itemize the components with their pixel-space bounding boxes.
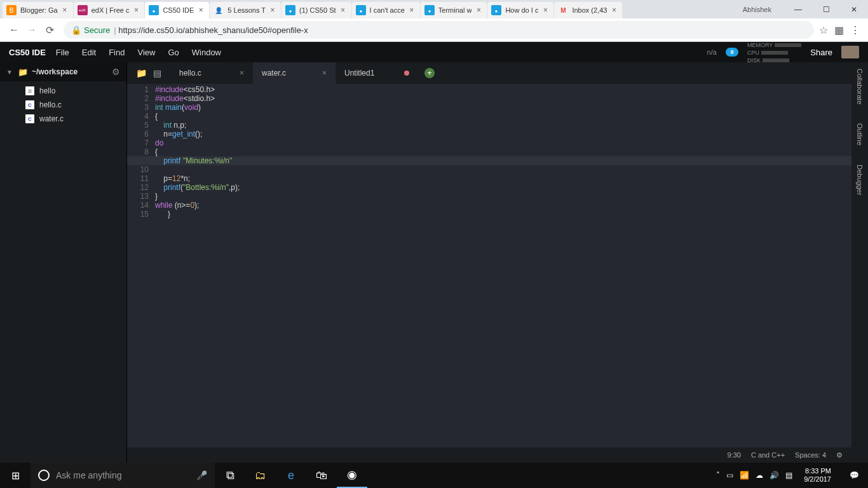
close-icon[interactable]: × [474, 6, 483, 15]
onedrive-icon[interactable]: ☁ [756, 471, 763, 480]
menu-find[interactable]: Find [109, 48, 125, 57]
rail-collaborate[interactable]: Collaborate [856, 69, 864, 104]
secure-badge: 🔒 Secure [71, 25, 110, 35]
browser-tab-inbox[interactable]: M Inbox (2,43 × [554, 2, 622, 18]
task-view-icon[interactable]: ⧉ [215, 463, 245, 488]
editor-tab-water-c[interactable]: water.c × [253, 62, 336, 84]
close-icon[interactable]: × [60, 6, 69, 15]
tab-title: (1) CS50 St [299, 6, 336, 14]
file-item-hello-c[interactable]: C hello.c [0, 98, 126, 112]
editor-tabbar: 📁 ▤ hello.c × water.c × Untitled1 + [127, 62, 851, 84]
browser-tab-terminal[interactable]: ⬥ Terminal w × [421, 2, 487, 18]
file-item-hello[interactable]: ≡ hello [0, 84, 126, 98]
menu-view[interactable]: View [137, 48, 155, 57]
cortana-placeholder: Ask me anything [56, 470, 122, 480]
volume-icon[interactable]: 🔊 [770, 471, 779, 480]
ide-brand[interactable]: CS50 IDE [9, 48, 46, 57]
ide-menubar: CS50 IDE File Edit Find View Go Window n… [0, 42, 868, 62]
star-icon[interactable]: ☆ [819, 24, 828, 36]
cloud9-icon: ⬥ [149, 5, 159, 15]
code-content[interactable]: #include<cs50.h> #include<stdio.h> int m… [153, 84, 851, 447]
file-explorer-icon[interactable]: 🗂 [245, 463, 276, 488]
input-icon[interactable]: ▤ [785, 471, 792, 480]
gear-icon[interactable]: ⚙ [836, 451, 843, 459]
close-icon[interactable]: × [227, 69, 244, 78]
reload-button[interactable]: ⟳ [41, 21, 58, 39]
cloud-icon[interactable]: 9 [726, 48, 738, 57]
tab-title: 5 Lessons T [227, 6, 266, 14]
gear-icon[interactable]: ⚙ [112, 67, 120, 77]
start-button[interactable]: ⊞ [0, 463, 31, 488]
clock[interactable]: 8:33 PM 9/2/2017 [799, 467, 836, 484]
caret-down-icon: ▼ [6, 69, 13, 76]
browser-tab-cantaccess[interactable]: ⬥ I can't acce × [352, 2, 420, 18]
avatar[interactable] [841, 46, 859, 58]
wifi-icon[interactable]: 📶 [740, 471, 749, 480]
rail-outline[interactable]: Outline [856, 123, 864, 146]
tab-label: hello.c [179, 69, 201, 78]
close-icon[interactable]: × [132, 6, 140, 15]
file-name: hello.c [39, 100, 62, 109]
browser-tab-cs50ide[interactable]: ⬥ CS50 IDE × [145, 2, 209, 18]
maximize-button[interactable]: ☐ [812, 0, 840, 18]
code-editor[interactable]: 123456789101112131415 #include<cs50.h> #… [127, 84, 851, 447]
tab-title: Blogger: Ga [20, 6, 58, 14]
close-icon[interactable]: × [407, 6, 416, 15]
mic-icon[interactable]: 🎤 [196, 470, 207, 480]
close-icon[interactable]: × [339, 6, 348, 15]
forward-button[interactable]: → [23, 21, 41, 39]
close-icon[interactable]: × [609, 6, 618, 15]
indent-mode[interactable]: Spaces: 4 [795, 451, 826, 459]
browser-tab-howdoi[interactable]: ⬥ How do I c × [487, 2, 553, 18]
battery-icon[interactable]: ▭ [726, 471, 733, 480]
browser-tab-lessons[interactable]: 👤 5 Lessons T × [210, 2, 281, 18]
browser-tab-cs50stack[interactable]: ⬥ (1) CS50 St × [281, 2, 351, 18]
close-icon[interactable]: × [309, 69, 327, 78]
open-folder-icon[interactable]: 📁 [136, 68, 147, 78]
date-text: 9/2/2017 [804, 475, 831, 484]
share-button[interactable]: Share [810, 48, 832, 57]
chrome-icon[interactable]: ◉ [337, 463, 367, 488]
menu-file[interactable]: File [56, 48, 69, 57]
language-mode[interactable]: C and C++ [751, 451, 785, 459]
tab-title: Terminal w [438, 6, 472, 14]
cloud9-icon: ⬥ [424, 5, 435, 15]
file-item-water-c[interactable]: C water.c [0, 112, 126, 126]
address-bar: ← → ⟳ 🔒 Secure | https://ide.cs50.io/abh… [0, 18, 868, 42]
menu-window[interactable]: Window [192, 48, 221, 57]
rail-debugger[interactable]: Debugger [856, 165, 864, 195]
modified-dot-icon [404, 71, 409, 76]
cursor-position[interactable]: 9:30 [727, 451, 740, 459]
url-text: https://ide.cs50.io/abhishek_shanu/ide50… [118, 25, 308, 35]
line-gutter: 123456789101112131415 [127, 84, 153, 447]
time-text: 8:33 PM [804, 467, 831, 475]
url-field[interactable]: 🔒 Secure | https://ide.cs50.io/abhishek_… [64, 21, 814, 39]
add-tab-button[interactable]: + [424, 68, 435, 78]
cortana-search[interactable]: Ask me anything 🎤 [31, 463, 215, 488]
menu-go[interactable]: Go [168, 48, 179, 57]
memory-bar [775, 43, 801, 47]
edge-icon[interactable]: e [276, 463, 306, 488]
cloud9-icon: ⬥ [285, 5, 295, 15]
blogger-icon: B [6, 5, 17, 15]
editor-tab-untitled[interactable]: Untitled1 [336, 62, 418, 84]
minimize-button[interactable]: — [784, 0, 812, 18]
extension-icon[interactable]: ▦ [834, 24, 844, 36]
back-button[interactable]: ← [5, 21, 23, 39]
panel-icon[interactable]: ▤ [153, 68, 161, 78]
store-icon[interactable]: 🛍 [306, 463, 337, 488]
menu-edit[interactable]: Edit [82, 48, 96, 57]
windows-taskbar: ⊞ Ask me anything 🎤 ⧉ 🗂 e 🛍 ◉ ˄ ▭ 📶 ☁ 🔊 … [0, 463, 868, 488]
close-icon[interactable]: × [268, 6, 277, 15]
chevron-up-icon[interactable]: ˄ [716, 471, 720, 480]
menu-icon[interactable]: ⋮ [850, 24, 860, 36]
workspace-header[interactable]: ▼ 📁 ~/workspace ⚙ [0, 62, 126, 81]
close-button[interactable]: ✕ [840, 0, 868, 18]
close-icon[interactable]: × [541, 6, 550, 15]
close-icon[interactable]: × [196, 6, 205, 15]
notification-icon[interactable]: 💬 [843, 463, 865, 488]
browser-tab-edx[interactable]: edX edX | Free c × [74, 2, 145, 18]
browser-tab-blogger[interactable]: B Blogger: Ga × [3, 2, 73, 18]
editor-tab-hello-c[interactable]: hello.c × [170, 62, 253, 84]
chrome-profile[interactable]: Abhishek [730, 0, 784, 18]
